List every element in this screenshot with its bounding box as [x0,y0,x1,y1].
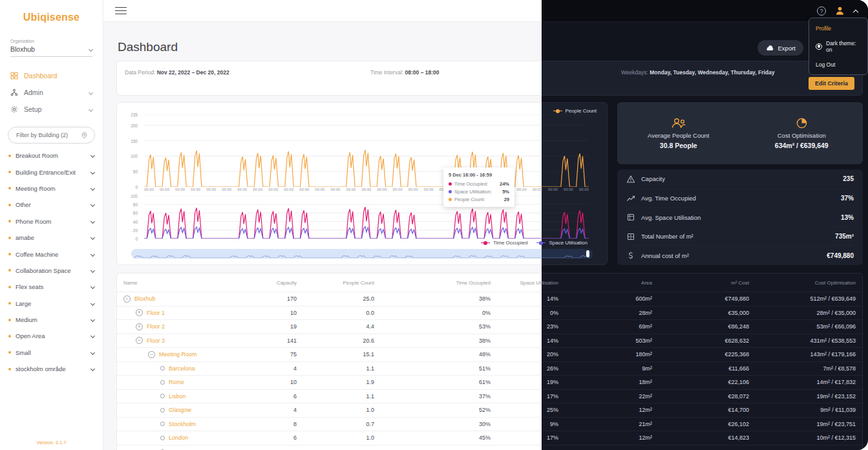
cell-value: 600m² [566,295,660,302]
cell-value: 53m² / €66,096 [757,323,862,330]
cell-value: €225,368 [660,351,757,358]
expand-icon[interactable]: + [136,323,143,330]
menu-item-profile[interactable]: Profile [809,21,867,36]
bullet-icon [8,319,11,321]
sidebar-group-item[interactable]: Meeting Room [0,180,103,197]
cell-value: 38% [382,338,498,344]
row-name: Floor 1 [147,310,165,316]
sidebar-group-item[interactable]: Small [0,345,103,361]
column-header[interactable]: People Count [304,280,382,286]
column-header[interactable]: Time Occupied [382,280,498,286]
cell-value: 37% [382,393,498,400]
cell-value: 7m² / €8,578 [757,365,862,372]
average-people-summary: Average People Count 30.8 People [617,102,740,164]
stat-row: Annual cost of m²€749,880 [626,246,854,265]
sidebar-group-item[interactable]: Open Area [0,328,103,344]
cell-value: 10 [266,379,304,385]
scrollbar-handle[interactable] [586,250,589,257]
chevron-up-icon[interactable] [853,9,858,14]
sidebar-group-item[interactable]: Coffee Machine [0,246,103,262]
leaf-icon [160,380,165,385]
utilisation-chart[interactable] [144,196,589,239]
cell-value: 6 [266,434,304,441]
dark-theme-label: Dark theme: on [826,40,861,53]
space-utilisation-legend-item[interactable]: Space Utilisation [536,240,587,246]
sidebar-group-item[interactable]: stockholm område [0,361,103,377]
menu-item-dark-theme[interactable]: Dark theme: on [809,36,867,57]
sidebar-item-setup[interactable]: Setup [0,101,103,118]
summary-panel: Average People Count 30.8 People Cost Op… [617,102,863,164]
summary-value: 30.8 People [660,142,697,149]
sidebar-group-item[interactable]: Phone Room [0,213,103,230]
favorite-star-icon[interactable]: ☆ [166,44,173,53]
group-label: Meeting Room [16,185,87,192]
cell-value: €86,248 [660,323,757,330]
menu-item-logout[interactable]: Log Out [809,57,867,72]
sidebar-group-item[interactable]: amabe [0,230,103,246]
cell-value: 18m² [566,379,660,385]
charts-panel: People Count 235200150100500 00:0000:000… [116,102,608,265]
tooltip-row: People Count:29 [449,197,509,202]
building-filter-input[interactable] [15,131,77,139]
chevron-down-icon [90,367,95,371]
export-button[interactable]: Export [757,40,803,56]
sidebar-group-item[interactable]: Flex seats [0,279,103,295]
group-label: Coffee Machine [16,251,87,258]
cell-value: €26,102 [660,421,757,427]
collapse-icon[interactable]: − [136,337,143,344]
series-dot-icon [449,190,452,193]
group-label: Breakout Room [16,152,87,159]
cell-value: 12m² [566,407,660,413]
dashboard-grid-icon [10,72,18,80]
cell-value: 45% [382,434,498,441]
bullet-icon [8,335,11,338]
gear-icon [10,105,18,113]
cell-value: €35,000 [660,310,757,316]
stat-value: 37% [841,195,854,202]
sidebar-group-item[interactable]: Medium [0,312,103,328]
sidebar-group-item[interactable]: Large [0,295,103,312]
group-label: Phone Room [16,218,87,225]
building-filter [8,127,95,144]
sidebar-item-admin[interactable]: Admin [0,84,103,101]
edit-criteria-button[interactable]: Edit Criteria [809,77,854,90]
menu-icon[interactable] [115,5,127,16]
group-label: Other [16,201,87,208]
radio-selected-icon[interactable] [816,43,822,50]
sidebar-group-item[interactable]: Breakout Room [0,147,103,164]
cell-value: 0.0 [304,310,382,316]
people-count-legend[interactable]: People Count [553,108,597,114]
column-header[interactable]: Capacity [266,280,304,286]
help-icon[interactable]: ? [817,6,826,16]
sidebar-group-item[interactable]: Collaboration Space [0,262,103,279]
column-header[interactable]: Cost Optimisation [757,280,862,286]
summary-label: Average People Count [648,132,709,139]
time-occupied-legend-item[interactable]: Time Occupied [481,240,528,246]
bullet-icon [8,351,11,354]
cell-value: 143m² / €179,166 [757,351,862,358]
organization-select[interactable]: Bloxhub [10,43,92,57]
column-header[interactable]: Area [566,280,660,286]
stat-value: 13% [841,214,854,221]
stat-value: 235 [843,175,854,182]
sidebar-item-dashboard[interactable]: Dashboard [0,67,103,84]
row-name: Bloxhub [134,295,156,302]
column-header[interactable]: m² Cost [660,280,757,286]
chart-scrollbar[interactable] [131,249,593,259]
cell-value: 10 [266,310,304,316]
people-count-chart[interactable] [144,114,589,187]
sidebar-group-item[interactable]: Other [0,197,103,213]
collapse-icon[interactable]: − [148,351,155,358]
cell-value: €628,632 [660,338,757,344]
cell-value: 9m² / €11,039 [757,407,862,413]
collapse-icon[interactable]: − [123,295,131,303]
user-avatar-icon[interactable] [835,6,845,16]
nav-label: Admin [24,89,43,96]
expand-icon[interactable]: + [136,309,143,316]
chevron-down-icon [90,170,95,175]
cell-value: 48% [382,351,498,358]
chevron-down-icon [90,219,95,224]
stat-label: Annual cost of m² [641,252,689,259]
sidebar-group-item[interactable]: Building Entrance/Exit [0,164,103,180]
column-header[interactable]: Name [117,280,266,286]
